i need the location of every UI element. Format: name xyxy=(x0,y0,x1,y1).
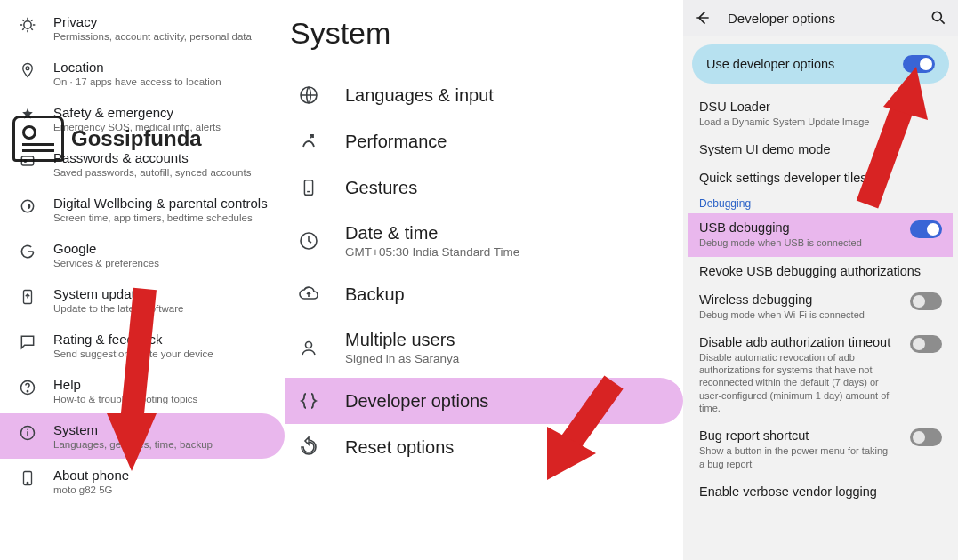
dev-item-wireless-debugging[interactable]: Wireless debuggingDebug mode when Wi-Fi … xyxy=(688,285,953,328)
dev-item-bugreport[interactable]: Bug report shortcutShow a button in the … xyxy=(688,421,953,477)
clock-icon xyxy=(297,230,320,252)
item-title: Wireless debugging xyxy=(699,292,865,307)
toggle-switch-icon[interactable] xyxy=(910,220,942,238)
performance-icon xyxy=(297,131,320,152)
item-sub: GMT+05:30 India Standard Time xyxy=(345,245,519,259)
use-developer-options-toggle[interactable]: Use developer options xyxy=(692,44,949,84)
logo-icon xyxy=(12,116,64,162)
system-item-performance[interactable]: Performance xyxy=(285,118,683,164)
help-icon xyxy=(18,379,37,396)
system-item-gestures[interactable]: Gestures xyxy=(285,164,683,211)
location-icon xyxy=(18,61,37,79)
google-icon xyxy=(18,243,37,260)
system-item-developer-options[interactable]: Developer options xyxy=(285,378,683,424)
item-title: Location xyxy=(53,60,221,75)
toggle-switch-icon[interactable] xyxy=(910,292,942,310)
system-item-users[interactable]: Multiple usersSigned in as Saranya xyxy=(285,317,683,378)
item-sub: Debug mode when Wi-Fi is connected xyxy=(699,308,865,321)
item-title: System update xyxy=(53,286,183,301)
settings-item-feedback[interactable]: Rating & feedbackSend suggestions, rate … xyxy=(0,323,285,368)
toggle-switch-icon[interactable] xyxy=(910,428,942,446)
item-sub: Load a Dynamic System Update Image xyxy=(699,116,869,128)
item-title: Languages & input xyxy=(345,85,494,106)
item-title: Google xyxy=(53,241,159,256)
settings-item-location[interactable]: LocationOn · 17 apps have access to loca… xyxy=(0,51,285,96)
system-item-languages[interactable]: Languages & input xyxy=(285,72,683,118)
globe-icon xyxy=(297,84,320,106)
dev-item-ui-demo[interactable]: System UI demo mode xyxy=(688,135,953,164)
svg-point-1 xyxy=(26,67,29,70)
item-title: System UI demo mode xyxy=(699,142,830,156)
feedback-icon xyxy=(18,333,37,351)
settings-item-wellbeing[interactable]: Digital Wellbeing & parental controlsScr… xyxy=(0,187,285,232)
info-icon xyxy=(18,424,37,442)
item-title: Developer options xyxy=(345,391,488,412)
item-title: Multiple users xyxy=(345,330,459,350)
system-item-backup[interactable]: Backup xyxy=(285,271,683,317)
settings-item-system-update[interactable]: System updateUpdate to the latest softwa… xyxy=(0,277,285,323)
dev-item-dsu[interactable]: DSU LoaderLoad a Dynamic System Update I… xyxy=(688,92,953,135)
item-title: About phone xyxy=(53,468,129,483)
item-sub: Signed in as Saranya xyxy=(345,352,459,365)
appbar: Developer options xyxy=(683,0,958,36)
item-sub: Services & preferences xyxy=(53,258,159,268)
svg-point-7 xyxy=(27,391,28,392)
settings-item-system[interactable]: SystemLanguages, gestures, time, backup xyxy=(0,413,285,459)
item-sub: moto g82 5G xyxy=(53,484,129,495)
item-title: Performance xyxy=(345,132,447,152)
watermark-logo: Gossipfunda xyxy=(12,116,202,162)
toggle-switch-icon[interactable] xyxy=(903,55,935,73)
dev-item-verbose-logging[interactable]: Enable verbose vendor logging xyxy=(688,477,953,506)
item-title: Enable verbose vendor logging xyxy=(699,484,877,499)
appbar-title: Developer options xyxy=(728,11,914,26)
svg-point-15 xyxy=(932,12,941,20)
item-title: DSU Loader xyxy=(699,100,869,114)
item-title: Backup xyxy=(345,284,405,305)
system-settings-list[interactable]: System Languages & input Performance Ges… xyxy=(285,0,683,560)
item-sub: How-to & troubleshooting topics xyxy=(53,394,197,404)
item-sub: Languages, gestures, time, backup xyxy=(53,439,213,450)
braces-icon xyxy=(297,390,320,412)
settings-item-help[interactable]: HelpHow-to & troubleshooting topics xyxy=(0,368,285,413)
item-title: Revoke USB debugging authorizations xyxy=(699,264,921,278)
users-icon xyxy=(297,337,320,358)
item-sub: Update to the latest software xyxy=(53,303,183,314)
dev-item-usb-debugging[interactable]: USB debuggingDebug mode when USB is conn… xyxy=(688,213,953,256)
settings-main-list[interactable]: PrivacyPermissions, account activity, pe… xyxy=(0,0,285,560)
item-title: Reset options xyxy=(345,437,454,458)
gestures-icon xyxy=(297,177,320,198)
settings-item-about[interactable]: About phonemoto g82 5G xyxy=(0,459,285,504)
toggle-switch-icon[interactable] xyxy=(910,335,942,353)
item-sub: Disable automatic revocation of adb auth… xyxy=(699,351,895,414)
watermark-text: Gossipfunda xyxy=(71,126,202,151)
section-debugging: Debugging xyxy=(688,192,953,213)
item-title: Gestures xyxy=(345,178,417,198)
dev-item-revoke-usb[interactable]: Revoke USB debugging authorizations xyxy=(688,257,953,285)
dev-item-adb-timeout[interactable]: Disable adb authorization timeoutDisable… xyxy=(688,328,953,421)
svg-rect-12 xyxy=(304,180,312,196)
item-sub: Debug mode when USB is connected xyxy=(699,236,862,249)
svg-point-10 xyxy=(27,483,28,484)
update-icon xyxy=(18,288,37,306)
dev-item-quick-tiles[interactable]: Quick settings developer tiles xyxy=(688,164,953,192)
search-icon[interactable] xyxy=(930,9,947,27)
item-title: Rating & feedback xyxy=(53,332,213,347)
privacy-icon xyxy=(18,16,37,34)
back-icon[interactable] xyxy=(694,9,712,27)
developer-options-screen[interactable]: Developer options Use developer options … xyxy=(683,0,958,560)
wellbeing-icon xyxy=(18,197,37,215)
backup-icon xyxy=(297,284,320,305)
item-sub: Send suggestions, rate your device xyxy=(53,348,213,359)
item-title: System xyxy=(53,422,213,437)
item-title: Disable adb authorization timeout xyxy=(699,335,895,349)
item-title: Help xyxy=(53,377,197,392)
toggle-label: Use developer options xyxy=(706,57,834,71)
settings-item-privacy[interactable]: PrivacyPermissions, account activity, pe… xyxy=(0,5,285,51)
item-title: Quick settings developer tiles xyxy=(699,171,867,185)
settings-item-google[interactable]: GoogleServices & preferences xyxy=(0,232,285,277)
system-item-datetime[interactable]: Date & timeGMT+05:30 India Standard Time xyxy=(285,211,683,271)
item-title: USB debugging xyxy=(699,220,862,235)
svg-point-0 xyxy=(24,21,31,28)
item-title: Date & time xyxy=(345,223,519,244)
system-item-reset[interactable]: Reset options xyxy=(285,424,683,470)
